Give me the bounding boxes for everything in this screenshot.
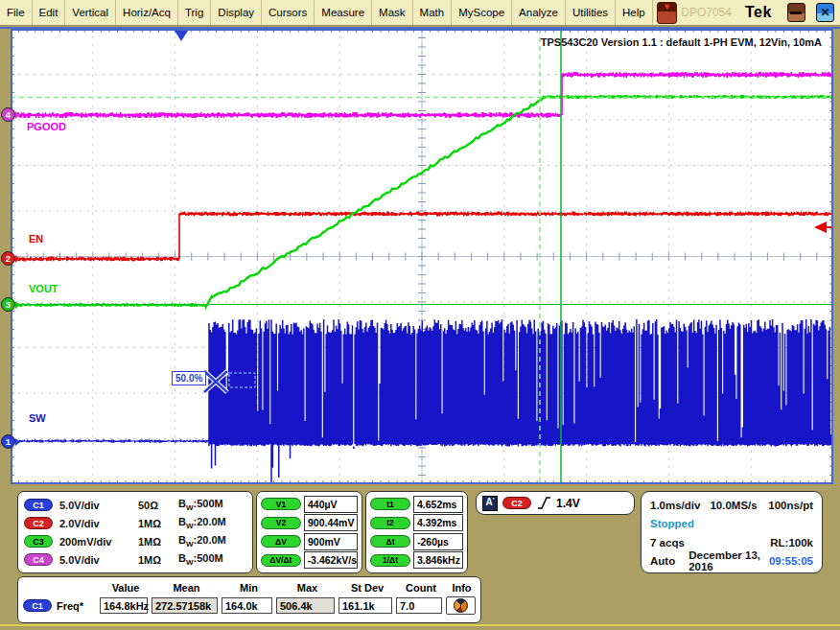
menu-item-edit[interactable]: Edit xyxy=(33,0,66,25)
cursor-voltage-panel: V1 440µV V2 900.44mV ΔV 900mV ΔV/Δt -3.4… xyxy=(256,491,362,573)
tek-app-button[interactable]: ▼ xyxy=(657,2,678,24)
window-title: DPO7054 xyxy=(681,6,732,19)
channel-4-reference-marker[interactable]: 4 xyxy=(1,107,20,122)
channel-2-marker-arrow xyxy=(15,255,20,263)
menu-item-math[interactable]: Math xyxy=(413,0,453,25)
measurement-header-mean: Mean xyxy=(152,579,222,596)
cursor-badge-v2: V2 xyxy=(261,517,301,529)
channel-badge-c1[interactable]: C1 xyxy=(24,499,53,511)
cursor-badge-1dt: 1/Δt xyxy=(370,554,410,567)
channel-4-marker-arrow xyxy=(15,111,20,119)
waveform-display xyxy=(11,29,833,484)
trigger-a-badge: A' xyxy=(482,496,498,511)
menu-item-file[interactable]: File xyxy=(0,0,33,25)
trigger-level-readout[interactable]: 50.0% xyxy=(172,371,206,385)
menu-item-analyze[interactable]: Analyze xyxy=(512,0,566,25)
trace-label-en: EN xyxy=(29,233,43,245)
menu-item-display[interactable]: Display xyxy=(211,0,262,25)
channel-badge-c4[interactable]: C4 xyxy=(24,553,53,566)
acquisition-status: Stopped xyxy=(650,518,694,529)
waveform-area: TPS543C20 Version 1.1 : default 1-PH EVM… xyxy=(11,29,833,484)
cursor-value-dt: -260µs xyxy=(413,533,463,550)
measurement-header-info: Info xyxy=(446,579,478,596)
cursor-badge-v1: V1 xyxy=(261,498,301,510)
trigger-position-marker[interactable] xyxy=(175,31,188,41)
cursor-value-v2: 900.44mV xyxy=(304,514,358,531)
channel-scale-c1: 5.0V/div xyxy=(59,500,138,511)
channel-scale-c3: 200mV/div xyxy=(59,536,138,548)
measurement-name: Freq* xyxy=(57,600,83,612)
measurement-panel: Value Mean Min Max St Dev Count Info C1 … xyxy=(17,576,481,623)
menu-item-mask[interactable]: Mask xyxy=(372,0,412,25)
trigger-source-badge: C2 xyxy=(502,497,531,509)
measurement-header-min: Min xyxy=(222,579,276,596)
annotation-text: TPS543C20 Version 1.1 : default 1-PH EVM… xyxy=(541,36,822,48)
cursor-badge-dt: Δt xyxy=(370,535,410,548)
menu-item-myscope[interactable]: MyScope xyxy=(452,0,512,25)
minimize-icon xyxy=(790,12,802,14)
channel-scale-c4: 5.0V/div xyxy=(59,554,138,566)
cursor-value-1dt: 3.846kHz xyxy=(413,551,463,569)
channel-impedance-c4: 1MΩ xyxy=(138,554,178,566)
cursor-badge-t2: t2 xyxy=(370,517,410,529)
trigger-level-value: 1.4V xyxy=(556,497,580,510)
trigger-level-arrow[interactable] xyxy=(814,222,827,233)
trigger-mode: Auto xyxy=(650,555,675,567)
channel-2-reference-marker[interactable]: 2 xyxy=(1,251,20,266)
menu-item-measure[interactable]: Measure xyxy=(315,0,372,25)
channel-3-reference-marker[interactable]: 3 xyxy=(1,297,20,312)
close-button[interactable]: ✕ xyxy=(816,3,834,22)
measurement-row-freq: C1 Freq* 164.8kHz 272.57158k 164.0k 506.… xyxy=(21,596,478,615)
time-readout: 09:55:05 xyxy=(769,555,813,567)
trace-label-pgood: PGOOD xyxy=(27,121,66,132)
channel-3-marker-circle: 3 xyxy=(1,297,15,312)
measurement-info-cell[interactable] xyxy=(446,596,476,615)
channel-row-c1: C1 5.0V/div 50Ω BW:500M xyxy=(24,496,246,514)
menu-item-horiz-acq[interactable]: Horiz/Acq xyxy=(116,0,178,25)
cursor-badge-t1: t1 xyxy=(370,498,410,510)
bottom-separator xyxy=(0,624,840,626)
measurement-value: 164.8kHz xyxy=(100,597,148,614)
cursor-row-dvdt: ΔV/Δt -3.462kV/s xyxy=(261,551,358,571)
channel-bandwidth-c3: BW:20.0M xyxy=(178,534,226,548)
menu-item-help[interactable]: Help xyxy=(616,0,653,25)
menu-item-trig[interactable]: Trig xyxy=(178,0,211,25)
channel-impedance-c2: 1MΩ xyxy=(138,518,178,529)
measurement-header-stdev: St Dev xyxy=(338,579,396,596)
channel-row-c3: C3 200mV/div 1MΩ BW:20.0M xyxy=(24,532,246,550)
cursor-row-t2: t2 4.392ms xyxy=(370,514,463,533)
menu-item-vertical[interactable]: Vertical xyxy=(65,0,116,25)
acquisition-count: 7 acqs xyxy=(650,537,685,548)
info-icon[interactable] xyxy=(454,598,468,613)
menu-bar: File Edit Vertical Horiz/Acq Trig Displa… xyxy=(0,0,840,26)
channel-1-reference-marker[interactable]: 1 xyxy=(1,434,20,449)
cursor-value-t2: 4.392ms xyxy=(413,514,463,531)
minimize-button[interactable] xyxy=(787,3,805,22)
cursor-badge-dvdt: ΔV/Δt xyxy=(261,554,301,567)
measurement-source-badge: C1 xyxy=(23,599,52,612)
channel-impedance-c1: 50Ω xyxy=(138,500,178,511)
cursor-row-dv: ΔV 900mV xyxy=(261,532,358,551)
measurement-stdev: 161.1k xyxy=(338,597,392,614)
channel-bandwidth-c4: BW:500M xyxy=(178,552,223,567)
rising-edge-icon xyxy=(536,495,552,511)
cursor-row-t1: t1 4.652ms xyxy=(370,495,463,514)
measurement-header-count: Count xyxy=(396,579,446,596)
channel-1-marker-circle: 1 xyxy=(1,434,15,449)
measurement-header-max: Max xyxy=(276,579,338,596)
measurement-mean: 272.57158k xyxy=(152,597,218,614)
cursor-row-v1: V1 440µV xyxy=(261,495,358,514)
channel-row-c4: C4 5.0V/div 1MΩ BW:500M xyxy=(24,550,246,569)
cursor-value-t1: 4.652ms xyxy=(413,496,463,513)
menu-item-utilities[interactable]: Utilities xyxy=(566,0,616,25)
oscilloscope-screen: File Edit Vertical Horiz/Acq Trig Displa… xyxy=(0,0,840,630)
channel-badge-c3[interactable]: C3 xyxy=(24,535,53,548)
cursor-value-dvdt: -3.462kV/s xyxy=(304,551,358,569)
tek-logo: Tek xyxy=(745,4,772,21)
menu-item-cursors[interactable]: Cursors xyxy=(262,0,315,25)
trace-label-vout: VOUT xyxy=(29,283,58,294)
channel-settings-panel: C1 5.0V/div 50Ω BW:500M C2 2.0V/div 1MΩ … xyxy=(17,491,253,573)
channel-badge-c2[interactable]: C2 xyxy=(24,517,53,529)
sample-rate: 10.0MS/s xyxy=(710,500,757,511)
channel-bandwidth-c1: BW:500M xyxy=(178,498,223,512)
